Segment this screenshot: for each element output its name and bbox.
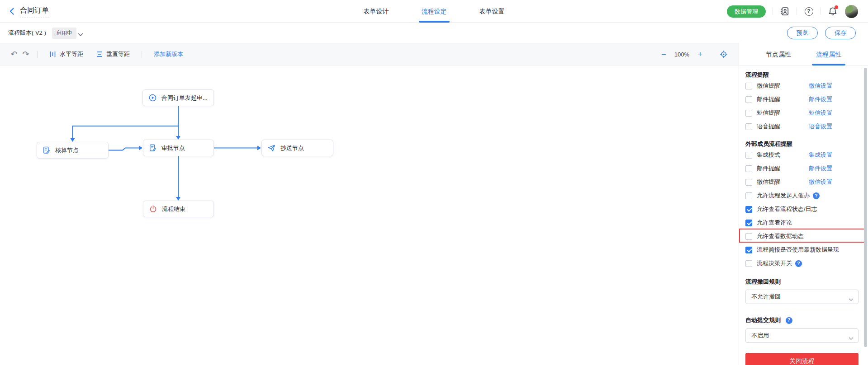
notification-bell-icon[interactable]: [828, 6, 838, 16]
panel-scrollbar[interactable]: [864, 68, 867, 347]
row-label: 流程决策开关: [757, 259, 792, 267]
redo-icon[interactable]: ↷: [20, 49, 32, 59]
autosubmit-rule-value: 不启用: [751, 332, 769, 340]
voice-reminder-checkbox[interactable]: [745, 123, 752, 130]
vertical-spacing-label: 垂直等距: [106, 50, 130, 58]
divider: [821, 8, 821, 15]
external-row-integration: 集成模式 集成设置: [745, 148, 862, 162]
option-row-view-status: 允许查看流程状态/日志: [745, 202, 862, 216]
sms-reminder-checkbox[interactable]: [745, 110, 752, 117]
close-flow-button[interactable]: 关闭流程: [745, 353, 859, 365]
view-data-trends-checkbox[interactable]: [745, 233, 752, 240]
tab-form-design[interactable]: 表单设计: [364, 0, 389, 23]
flow-node-end[interactable]: 流程结束: [143, 201, 214, 217]
email-reminder-checkbox[interactable]: [745, 96, 752, 103]
wechat-reminder-checkbox[interactable]: [745, 83, 752, 89]
add-version-link[interactable]: 添加新版本: [154, 50, 183, 58]
withdraw-rule-select[interactable]: 不允许撤回: [745, 290, 859, 304]
allow-urge-checkbox[interactable]: [745, 192, 752, 199]
autosubmit-title: 自动提交规则: [745, 317, 781, 323]
zoom-level: 100%: [673, 51, 690, 58]
row-label: 允许查看流程状态/日志: [757, 205, 817, 213]
voice-settings-link[interactable]: 语音设置: [809, 122, 832, 131]
flow-node-chaosong[interactable]: 抄送节点: [261, 140, 333, 156]
external-wechat-checkbox[interactable]: [745, 179, 752, 186]
decision-switch-checkbox[interactable]: [745, 260, 752, 267]
tab-flow-setting[interactable]: 流程设定: [422, 0, 447, 23]
row-label: 允许查看数据动态: [757, 232, 804, 240]
divider: [37, 51, 38, 58]
save-button[interactable]: 保存: [825, 27, 856, 39]
paper-plane-icon: [268, 145, 275, 152]
address-book-icon[interactable]: [780, 6, 790, 16]
tab-flow-properties[interactable]: 流程属性: [816, 43, 841, 66]
section-title-reminder: 流程提醒: [745, 71, 862, 79]
row-label: 微信提醒: [757, 82, 780, 90]
external-row-wechat: 微信提醒 微信设置: [745, 175, 862, 189]
help-icon[interactable]: ?: [795, 260, 802, 267]
node-label: 审批节点: [161, 144, 185, 152]
header-right-controls: 数据管理 ?: [727, 0, 858, 23]
wechat-settings-link[interactable]: 微信设置: [809, 82, 832, 90]
flow-node-shenpi[interactable]: 审批节点: [143, 140, 214, 156]
flow-connectors: [0, 66, 739, 365]
vertical-spacing-button[interactable]: 垂直等距: [96, 50, 130, 58]
vertical-spacing-icon: [96, 51, 103, 58]
option-row-view-comments: 允许查看评论: [745, 216, 862, 229]
briefing-latest-checkbox[interactable]: [745, 247, 752, 253]
notification-dot: [835, 5, 838, 9]
panel-tab-bar: 节点属性 流程属性: [739, 43, 868, 66]
external-wechat-settings-link[interactable]: 微信设置: [809, 178, 832, 186]
flow-node-hesuan[interactable]: 核算节点: [37, 142, 109, 159]
help-icon[interactable]: ?: [804, 6, 814, 16]
zoom-out-icon[interactable]: −: [661, 50, 666, 59]
view-comments-checkbox[interactable]: [745, 220, 752, 226]
divider: [797, 8, 797, 15]
node-label: 流程结束: [162, 205, 185, 213]
row-label: 邮件提醒: [757, 164, 780, 173]
section-title-withdraw: 流程撤回规则: [745, 278, 862, 286]
document-pen-icon: [149, 144, 157, 152]
external-email-settings-link[interactable]: 邮件设置: [809, 164, 832, 173]
preview-button[interactable]: 预览: [787, 27, 818, 39]
power-icon: [149, 205, 157, 213]
integration-settings-link[interactable]: 集成设置: [809, 151, 832, 159]
version-bar: 流程版本( V2 ) 启用中 预览 保存: [0, 23, 868, 43]
option-row-view-data-trends: 允许查看数据动态: [745, 229, 862, 243]
zoom-in-icon[interactable]: +: [697, 50, 702, 59]
horizontal-spacing-button[interactable]: 水平等距: [49, 50, 83, 58]
data-manage-button[interactable]: 数据管理: [727, 5, 766, 18]
undo-icon[interactable]: ↶: [8, 49, 20, 59]
divider: [773, 8, 773, 15]
flow-node-start[interactable]: 合同订单发起申...: [142, 89, 214, 106]
email-settings-link[interactable]: 邮件设置: [809, 95, 832, 103]
chevron-down-icon: [849, 334, 854, 342]
autosubmit-rule-select[interactable]: 不启用: [745, 328, 859, 343]
tab-form-setting[interactable]: 表单设置: [479, 0, 505, 23]
tab-node-properties[interactable]: 节点属性: [766, 43, 791, 66]
reminder-row-voice: 语音提醒 语音设置: [745, 120, 862, 133]
version-chevron-down-icon[interactable]: [78, 30, 83, 38]
horizontal-spacing-label: 水平等距: [60, 50, 83, 58]
view-status-checkbox[interactable]: [745, 206, 752, 213]
row-label: 微信提醒: [757, 178, 780, 186]
integration-mode-checkbox[interactable]: [745, 152, 752, 159]
flow-canvas[interactable]: 合同订单发起申... 核算节点 审批节点 抄送节点 流程结束: [0, 66, 739, 365]
row-label: 邮件提醒: [757, 95, 780, 103]
node-label: 合同订单发起申...: [161, 94, 208, 102]
sms-settings-link[interactable]: 短信设置: [809, 109, 832, 117]
option-row-decision-switch: 流程决策开关 ?: [745, 257, 862, 270]
help-icon[interactable]: ?: [813, 192, 820, 199]
avatar[interactable]: [845, 5, 858, 18]
row-label: 允许查看评论: [757, 219, 792, 227]
row-label: 集成模式: [757, 151, 780, 159]
reminder-row-sms: 短信提醒 短信设置: [745, 106, 862, 120]
help-icon[interactable]: ?: [786, 317, 792, 324]
play-circle-icon: [149, 94, 157, 102]
status-badge: 启用中: [52, 28, 76, 39]
external-email-checkbox[interactable]: [745, 165, 752, 172]
reminder-row-wechat: 微信提醒 微信设置: [745, 79, 862, 93]
locate-target-icon[interactable]: [720, 50, 728, 58]
flow-toolbar: ↶ ↷ 水平等距 垂直等距 添加新版本 − 100% +: [0, 43, 739, 66]
option-row-urge: 允许流程发起人催办 ?: [745, 189, 862, 202]
